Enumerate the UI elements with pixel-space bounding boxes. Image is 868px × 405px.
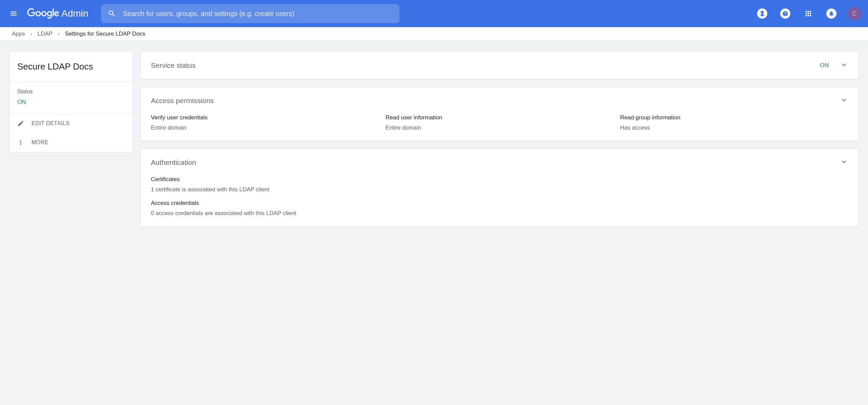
status-block: Status ON — [10, 82, 133, 114]
perm-read-user: Read user information Entire domain — [386, 114, 613, 131]
perm-read-group: Read group information Has access — [620, 114, 848, 131]
chevron-down-icon — [840, 96, 848, 105]
authentication-body: Certificates 1 certificate is associated… — [141, 176, 858, 226]
hamburger-icon — [9, 9, 18, 18]
main-menu-button[interactable] — [7, 7, 20, 20]
pencil-icon — [17, 120, 24, 127]
apps-grid-button[interactable] — [802, 7, 815, 20]
avatar-initial: C — [852, 10, 857, 17]
access-permissions-title: Access permissions — [151, 97, 214, 105]
page-title: Secure LDAP Docs — [10, 52, 133, 82]
info-card: Secure LDAP Docs Status ON EDIT DETAILS … — [9, 52, 133, 152]
service-status-card: Service status ON — [140, 52, 859, 79]
perm-label: Read group information — [620, 114, 848, 121]
avatar[interactable]: C — [848, 7, 861, 20]
apps-icon — [804, 9, 812, 18]
help-button[interactable] — [778, 7, 792, 20]
main-content: Secure LDAP Docs Status ON EDIT DETAILS … — [0, 41, 868, 237]
edit-details-button[interactable]: EDIT DETAILS — [10, 114, 133, 133]
access-permissions-header[interactable]: Access permissions — [141, 87, 858, 114]
breadcrumb: Apps › LDAP › Settings for Secure LDAP D… — [0, 27, 868, 41]
service-status-value: ON — [820, 62, 829, 69]
search-icon — [108, 9, 116, 18]
chevron-right-icon: › — [58, 31, 60, 37]
edit-details-label: EDIT DETAILS — [32, 120, 70, 127]
service-status-title: Service status — [151, 61, 196, 70]
content-column: Service status ON Access permissions — [140, 52, 859, 227]
chevron-down-icon — [840, 61, 848, 70]
perm-value: Has access — [620, 124, 848, 131]
more-button[interactable]: MORE — [10, 133, 133, 152]
breadcrumb-current: Settings for Secure LDAP Docs — [65, 31, 145, 37]
perm-verify-credentials: Verify user credentials Entire domain — [151, 114, 379, 131]
credentials-label: Access credentials — [151, 200, 848, 207]
service-status-header[interactable]: Service status ON — [141, 52, 858, 79]
access-permissions-card: Access permissions Verify user credentia… — [140, 87, 859, 141]
hourglass-button[interactable] — [755, 7, 769, 20]
bell-icon — [828, 11, 834, 17]
hourglass-icon — [759, 11, 765, 17]
perm-label: Verify user credentials — [151, 114, 379, 121]
logo[interactable]: Admin — [27, 8, 88, 19]
more-vert-icon — [17, 139, 24, 146]
header-actions: C — [755, 7, 861, 20]
search-bar[interactable] — [101, 4, 399, 23]
perm-value: Entire domain — [386, 124, 613, 131]
breadcrumb-ldap[interactable]: LDAP — [37, 31, 52, 37]
credentials-value: 0 access credentials are associated with… — [151, 210, 848, 217]
credentials-section: Access credentials 0 access credentials … — [151, 200, 848, 217]
authentication-card: Authentication Certificates 1 certificat… — [140, 149, 859, 227]
permissions-grid: Verify user credentials Entire domain Re… — [141, 114, 858, 141]
notifications-button[interactable] — [825, 7, 838, 20]
breadcrumb-apps[interactable]: Apps — [12, 31, 25, 37]
search-input[interactable] — [123, 10, 393, 18]
status-value: ON — [17, 99, 125, 105]
logo-admin-text: Admin — [61, 8, 88, 19]
chevron-right-icon: › — [31, 31, 32, 37]
more-label: MORE — [32, 139, 48, 146]
app-header: Admin C — [0, 0, 868, 27]
perm-label: Read user information — [386, 114, 613, 121]
perm-value: Entire domain — [151, 124, 379, 131]
authentication-header[interactable]: Authentication — [141, 149, 858, 176]
authentication-title: Authentication — [151, 158, 196, 167]
google-logo-icon — [27, 8, 59, 19]
certificates-value: 1 certificate is associated with this LD… — [151, 186, 848, 193]
certificates-section: Certificates 1 certificate is associated… — [151, 176, 848, 193]
chevron-down-icon — [840, 158, 848, 167]
status-label: Status — [17, 89, 125, 95]
certificates-label: Certificates — [151, 176, 848, 183]
help-icon — [782, 11, 788, 17]
